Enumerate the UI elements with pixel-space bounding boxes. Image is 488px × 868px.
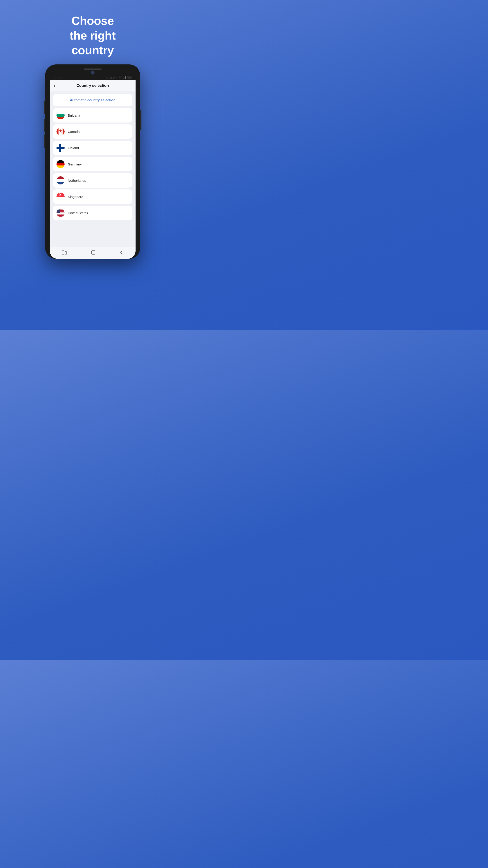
svg-point-59 xyxy=(59,210,59,210)
phone-device: 11:13 ⊙ 🖼 M • ‹ Country selection xyxy=(45,64,140,259)
country-name-bulgaria: Bulgaria xyxy=(68,114,80,117)
svg-rect-15 xyxy=(63,127,65,135)
svg-rect-8 xyxy=(57,111,65,114)
svg-rect-3 xyxy=(126,76,126,79)
front-camera xyxy=(91,70,95,74)
country-name-netherlands: Netherlands xyxy=(68,179,86,182)
status-icons: ⊙ 🖼 M • xyxy=(106,76,132,79)
svg-rect-35 xyxy=(57,197,65,201)
location-icon: ⊙ xyxy=(106,76,108,79)
back-nav-button[interactable] xyxy=(120,250,123,256)
country-item-germany[interactable]: Germany xyxy=(53,157,132,171)
country-item-singapore[interactable]: Singapore xyxy=(53,189,132,204)
hero-title: Choosethe rightcountry xyxy=(70,13,116,58)
svg-point-56 xyxy=(57,210,58,210)
recent-apps-button[interactable] xyxy=(62,250,67,256)
status-time: 11:13 xyxy=(53,76,61,79)
flag-bulgaria xyxy=(57,111,65,119)
app-header: ‹ Country selection xyxy=(50,80,135,91)
home-button[interactable] xyxy=(91,250,96,256)
svg-rect-30 xyxy=(57,179,65,182)
svg-rect-50 xyxy=(57,209,60,213)
svg-point-51 xyxy=(57,209,57,210)
svg-rect-49 xyxy=(57,216,65,217)
svg-rect-26 xyxy=(57,165,65,168)
automatic-selection-button[interactable]: Automatic country selection xyxy=(53,94,132,106)
country-item-netherlands[interactable]: Netherlands xyxy=(53,173,132,188)
country-name-singapore: Singapore xyxy=(68,195,83,199)
flag-netherlands xyxy=(57,176,65,184)
svg-rect-1 xyxy=(124,77,125,79)
svg-rect-21 xyxy=(59,144,61,152)
svg-point-54 xyxy=(59,209,59,210)
svg-rect-2 xyxy=(125,76,125,79)
dot-icon: • xyxy=(116,76,117,79)
flag-finland xyxy=(57,144,65,152)
gallery-icon: 🖼 xyxy=(109,76,112,79)
svg-rect-0 xyxy=(123,78,124,79)
country-name-finland: Finland xyxy=(68,146,79,150)
svg-rect-9 xyxy=(57,114,65,117)
country-name-canada: Canada xyxy=(68,130,80,133)
nav-bar xyxy=(50,247,135,259)
automatic-selection-label: Automatic country selection xyxy=(70,98,116,102)
svg-rect-63 xyxy=(92,251,95,254)
svg-rect-5 xyxy=(128,76,131,78)
flag-singapore xyxy=(57,193,65,201)
battery-icon xyxy=(127,76,132,79)
flag-canada xyxy=(57,127,65,135)
country-item-us[interactable]: United States xyxy=(53,206,132,220)
signal-icon xyxy=(123,76,126,79)
svg-rect-62 xyxy=(65,252,67,254)
svg-rect-10 xyxy=(57,117,65,119)
svg-rect-24 xyxy=(57,160,65,163)
svg-point-58 xyxy=(58,210,59,210)
svg-rect-25 xyxy=(57,163,65,165)
country-name-us: United States xyxy=(68,211,88,215)
svg-rect-47 xyxy=(57,214,65,215)
svg-point-52 xyxy=(57,209,58,210)
flag-us xyxy=(57,209,65,217)
svg-rect-29 xyxy=(57,176,65,179)
svg-rect-43 xyxy=(57,209,65,210)
wifi-icon xyxy=(119,76,122,79)
svg-point-53 xyxy=(58,209,58,210)
country-name-germany: Germany xyxy=(68,162,82,166)
svg-rect-61 xyxy=(62,251,64,254)
country-item-canada[interactable]: Canada xyxy=(53,124,132,139)
country-item-bulgaria[interactable]: Bulgaria xyxy=(53,108,132,123)
flag-germany xyxy=(57,160,65,168)
gmail-icon: M xyxy=(113,76,115,79)
app-screen: ‹ Country selection Automatic country se… xyxy=(50,80,135,259)
content-area: Automatic country selection Bulga xyxy=(50,91,135,247)
svg-rect-13 xyxy=(57,127,59,135)
speaker-bar xyxy=(84,68,102,70)
svg-point-57 xyxy=(58,210,58,210)
svg-rect-31 xyxy=(57,182,65,184)
country-item-finland[interactable]: Finland xyxy=(53,141,132,155)
svg-point-55 xyxy=(59,209,59,210)
svg-point-60 xyxy=(59,210,60,210)
screen-title: Country selection xyxy=(76,84,109,88)
svg-rect-48 xyxy=(57,215,65,216)
back-button[interactable]: ‹ xyxy=(54,84,55,88)
status-bar: 11:13 ⊙ 🖼 M • xyxy=(50,75,135,80)
